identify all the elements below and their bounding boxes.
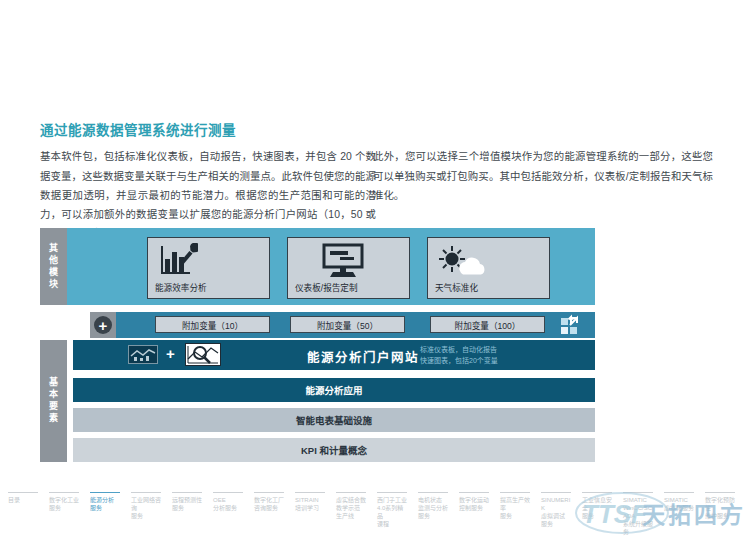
footer-toc-nav: 目录数字化工业服务能源分析服务工业网络咨询服务远程预测性服务OEE分析服务数字化…	[8, 492, 746, 536]
footer-nav-item-line: SINUMERIK	[541, 496, 571, 512]
footer-nav-item[interactable]: 工业信息安全服务	[582, 492, 612, 536]
footer-nav-item-line: 虚拟调试	[541, 512, 571, 520]
footer-nav-item-line: 4.0系列精品	[377, 504, 407, 520]
footer-nav-item-line: 培训学习	[295, 504, 325, 512]
footer-nav-item-line: 提高生产效率	[500, 496, 530, 512]
footer-nav-item-line: 能源分析	[90, 496, 120, 504]
page-title: 通过能源数据管理系统进行测量	[40, 119, 236, 139]
footer-nav-item-line: 服务	[172, 504, 202, 512]
footer-nav-item-line: 服务	[131, 512, 161, 520]
monitor-icon	[316, 243, 370, 285]
footer-nav-item-line: 远程预测性	[172, 496, 202, 504]
footer-nav-item[interactable]: 提高生产效率服务	[500, 492, 530, 536]
footer-nav-item[interactable]: 工业网络咨询服务	[131, 492, 161, 536]
expand-blocks-icon	[559, 314, 583, 340]
footer-nav-item[interactable]: SINUMERIK虚拟调试服务	[541, 492, 571, 536]
footer-nav-item-line: 维护服务	[705, 512, 735, 520]
footer-nav-item-line: 生产线	[336, 512, 366, 520]
module-label: 能源效率分析	[155, 281, 207, 293]
module-card-weather-normalization: 天气标准化	[427, 237, 550, 299]
footer-nav-item-line: 数字化工厂	[254, 496, 284, 504]
footer-nav-item-line: SITRAIN	[295, 496, 325, 504]
footer-nav-item[interactable]: 目录	[8, 492, 38, 536]
module-card-energy-efficiency: 能源效率分析	[147, 237, 270, 299]
module-label: 天气标准化	[435, 281, 478, 293]
footer-nav-item-line: 服务	[541, 520, 571, 528]
footer-nav-item-line: 西门子工业	[377, 496, 407, 504]
portal-notes: 标准仪表板，自动化报告 快速图表，包括20个变量	[420, 344, 498, 366]
module-card-dashboard-reports: 仪表板/报告定制	[287, 237, 410, 299]
footer-nav-item-line: 分析服务	[213, 504, 243, 512]
footer-nav-item-line: SIMATIC	[664, 496, 694, 504]
footer-nav-item[interactable]: OEE分析服务	[213, 492, 243, 536]
footer-nav-item-line: 虚拟化服务	[664, 504, 694, 512]
footer-nav-item-line: 数字化预防性	[705, 496, 735, 512]
intro-paragraph-right: 此外，您可以选择三个增值模块作为您的能源管理系统的一部分，这些您可以单独购买或打…	[373, 147, 713, 205]
footer-nav-item[interactable]: 数字化预防性维护服务	[705, 492, 735, 536]
footer-nav-item-line: 服务	[500, 512, 530, 520]
plus-tab: +	[90, 312, 116, 338]
layer-smart-meter-infrastructure: 智能电表基础设施	[73, 408, 595, 432]
portal-note-line2: 快速图表，包括20个变量	[420, 355, 498, 366]
footer-nav-item-line: 目录	[8, 496, 38, 504]
footer-nav-item[interactable]: 电机状态监测与分析服务	[418, 492, 448, 536]
chart-magnifier-icon	[185, 343, 221, 366]
footer-nav-item-line: WinCC/SCADA	[623, 504, 653, 520]
footer-nav-item[interactable]: 能源分析服务	[90, 492, 120, 536]
base-tab-label: 基本要素	[40, 340, 67, 462]
footer-nav-item-line: 工业信息安全	[582, 496, 612, 512]
catalog-page: 通过能源数据管理系统进行测量 基本软件包，包括标准化仪表板，自动报告，快速图表，…	[0, 0, 750, 547]
footer-nav-item-line: 服务	[582, 512, 612, 520]
plus-icon: +	[166, 345, 175, 362]
bar-chart-wrench-icon	[158, 243, 198, 283]
layer-energy-analytics-app: 能源分析应用	[73, 378, 595, 402]
footer-nav-item-line: 虚实结合数	[336, 496, 366, 504]
footer-nav-item-line: 数字化工业	[49, 496, 79, 504]
layer-kpi-metering-concept: KPI 和计量概念	[73, 438, 595, 462]
footer-nav-item-line: 监测与分析	[418, 504, 448, 512]
footer-nav-item-line: 课程	[377, 520, 407, 528]
modules-tab-label: 其他模块	[40, 228, 67, 305]
portal-row: + 能源分析门户网站 标准仪表板，自动化报告 快速图表，包括20个变量	[73, 340, 595, 370]
footer-nav-item[interactable]: SITRAIN培训学习	[295, 492, 325, 536]
footer-nav-item[interactable]: 数字化运动控制服务	[459, 492, 489, 536]
addon-variables-10-button[interactable]: 附加变量（10）	[155, 316, 270, 333]
footer-nav-item-line: 服务	[49, 504, 79, 512]
portal-note-line1: 标准仪表板，自动化报告	[420, 344, 498, 355]
mini-chart-icon	[128, 345, 158, 364]
footer-nav-item-line: 咨询服务	[254, 504, 284, 512]
footer-nav-item-line: 工业网络咨询	[131, 496, 161, 512]
footer-nav-item-line: 电机状态	[418, 496, 448, 504]
footer-nav-item-line: 系统升级服务	[623, 520, 653, 536]
footer-nav-item-line: 服务	[90, 504, 120, 512]
sun-cloud-icon	[438, 245, 494, 283]
footer-nav-item[interactable]: SIMATIC虚拟化服务	[664, 492, 694, 536]
footer-nav-item-line: 控制服务	[459, 504, 489, 512]
footer-nav-item[interactable]: 数字化工厂咨询服务	[254, 492, 284, 536]
footer-nav-item[interactable]: 数字化工业服务	[49, 492, 79, 536]
plus-icon: +	[94, 316, 112, 334]
footer-nav-item[interactable]: 远程预测性服务	[172, 492, 202, 536]
footer-nav-item-line: 服务	[418, 512, 448, 520]
footer-nav-item-line: SIMATIC	[623, 496, 653, 504]
footer-nav-item[interactable]: 西门子工业4.0系列精品课程	[377, 492, 407, 536]
addon-variables-100-button[interactable]: 附加变量（100）	[430, 316, 545, 333]
module-label: 仪表板/报告定制	[295, 281, 358, 293]
addon-variables-50-button[interactable]: 附加变量（50）	[290, 316, 405, 333]
footer-nav-item[interactable]: SIMATICWinCC/SCADA系统升级服务	[623, 492, 653, 536]
footer-nav-item-line: 教学示范	[336, 504, 366, 512]
footer-nav-item-line: 数字化运动	[459, 496, 489, 504]
footer-nav-item-line: OEE	[213, 496, 243, 504]
footer-nav-item[interactable]: 虚实结合数教学示范生产线	[336, 492, 366, 536]
